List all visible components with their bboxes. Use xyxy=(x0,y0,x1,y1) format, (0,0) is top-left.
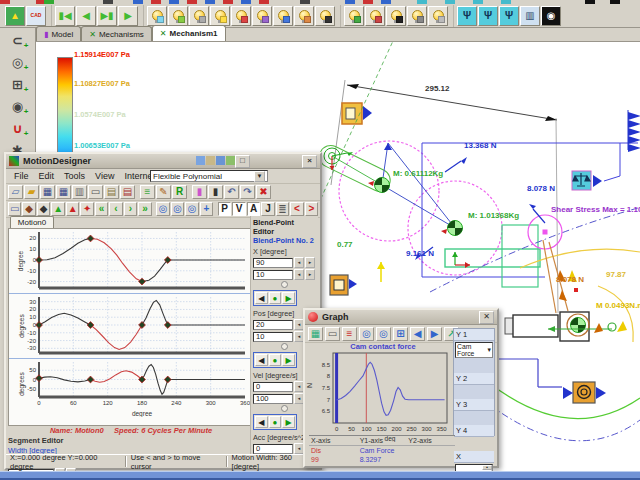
new-motion-icon[interactable]: ▱ xyxy=(8,185,23,199)
go-first-icon[interactable]: ▮◀ xyxy=(55,6,75,26)
bulb-display-gears-icon[interactable] xyxy=(386,6,406,26)
pvaj-v-button[interactable]: V xyxy=(232,202,245,216)
save-data-icon[interactable]: ▥ xyxy=(72,185,87,199)
bulb-hide-points-icon[interactable] xyxy=(231,6,251,26)
segment-type-combo[interactable]: Flexible Polynomial ▼ xyxy=(150,170,268,182)
edit-segment-icon[interactable]: ✎ xyxy=(156,185,171,199)
graph-zoom-in-icon[interactable]: ◎ xyxy=(376,327,391,341)
bulb-display-fbd-icon[interactable] xyxy=(365,6,385,26)
spinner-button[interactable]: ◂ xyxy=(294,269,304,280)
slider-pink-icon[interactable]: ▮ xyxy=(192,185,207,199)
graph-titlebar[interactable]: Graph ✕ xyxy=(305,310,497,325)
select-point-button[interactable]: ● xyxy=(269,354,282,366)
motiondesigner-titlebar[interactable]: MotionDesigner □ × xyxy=(6,154,320,169)
blend-radio[interactable] xyxy=(281,405,288,412)
bulb-display-2d-icon[interactable] xyxy=(407,6,427,26)
graph-prev-icon[interactable]: ◀ xyxy=(410,327,425,341)
insert-segment-icon[interactable]: ▭ xyxy=(8,202,21,216)
save-motion-icon[interactable]: ▦ xyxy=(40,185,55,199)
next-point-button[interactable]: ▶ xyxy=(282,292,295,304)
spinner-button[interactable]: ◂ xyxy=(294,257,304,268)
graph-tile-icon[interactable]: ⊞ xyxy=(393,327,408,341)
bulb-display-model-icon[interactable] xyxy=(147,6,167,26)
pvaj-j-button[interactable]: J xyxy=(261,202,274,216)
graph-next-icon[interactable]: ▶ xyxy=(427,327,442,341)
prev-point-button[interactable]: ◀ xyxy=(255,292,268,304)
flag-red-icon[interactable]: ▲ xyxy=(66,202,79,216)
bulb-display-3d-icon[interactable] xyxy=(428,6,448,26)
go-next-icon[interactable]: ▶▮ xyxy=(97,6,117,26)
zoom-in-icon[interactable]: ◎ xyxy=(171,202,184,216)
bulb-display-solids-icon[interactable] xyxy=(252,6,272,26)
graph-print-icon[interactable]: ▭ xyxy=(325,327,340,341)
cursor-left-icon[interactable]: < xyxy=(290,202,303,216)
y3-slot[interactable]: Y 3 xyxy=(454,399,494,411)
restore-button[interactable]: □ xyxy=(235,155,250,168)
menu-view[interactable]: View xyxy=(95,171,114,181)
go-previous-icon[interactable]: ◀ xyxy=(76,6,96,26)
measure-probe-icon[interactable]: ◉+ xyxy=(6,96,30,116)
save-as-icon[interactable]: ▦ xyxy=(56,185,71,199)
bulb-display-points-icon[interactable] xyxy=(210,6,230,26)
print-preview-icon[interactable]: ▤ xyxy=(104,185,119,199)
next-blend-icon[interactable]: › xyxy=(124,202,137,216)
zoom-fit-icon[interactable]: + xyxy=(200,202,213,216)
blend-radio[interactable] xyxy=(281,343,288,350)
spinner-button[interactable]: ▸ xyxy=(305,257,315,268)
pvaj-a-button[interactable]: A xyxy=(247,202,260,216)
close-button[interactable]: × xyxy=(302,155,317,168)
blend-radio[interactable] xyxy=(281,281,288,288)
segment-tree-icon[interactable]: ≣ xyxy=(276,202,289,216)
video-icon[interactable]: ◉ xyxy=(541,6,561,26)
blend-field[interactable]: 90 xyxy=(253,258,293,268)
segment-list-icon[interactable]: ≡ xyxy=(140,185,155,199)
pvaj-p-button[interactable]: P xyxy=(218,202,231,216)
first-blend-icon[interactable]: « xyxy=(95,202,108,216)
zoom-out-icon[interactable]: ◎ xyxy=(156,202,169,216)
y1-series-select[interactable]: Cam Force▾ xyxy=(455,342,493,358)
open-motion-icon[interactable]: ▰ xyxy=(24,185,39,199)
foot-icon[interactable]: ✦ xyxy=(80,202,93,216)
prev-point-button[interactable]: ◀ xyxy=(255,354,268,366)
redo-icon[interactable]: ↷ xyxy=(240,185,255,199)
kinetostatics-bulb-icon[interactable]: Ψ xyxy=(478,6,498,26)
x-slot[interactable]: X xyxy=(454,451,494,463)
delete-segment-icon[interactable]: ✖ xyxy=(256,185,271,199)
undo-icon[interactable]: ↶ xyxy=(224,185,239,199)
prev-point-button[interactable]: ◀ xyxy=(255,416,268,428)
zoom-window-icon[interactable]: ◎ xyxy=(185,202,198,216)
cursor-right-icon[interactable]: > xyxy=(305,202,318,216)
kinetostatics-check-icon[interactable]: Ψ xyxy=(457,6,477,26)
graph-series-icon[interactable]: ≡ xyxy=(342,327,357,341)
print-icon[interactable]: ▭ xyxy=(88,185,103,199)
kinetostatics-icon[interactable]: Ψ xyxy=(499,6,519,26)
zoom-add-icon[interactable]: ◎+ xyxy=(6,52,30,72)
blend-field[interactable]: 10 xyxy=(253,332,293,342)
bulb-display-dimensions-icon[interactable] xyxy=(294,6,314,26)
menu-edit[interactable]: Edit xyxy=(39,171,55,181)
help-book-icon[interactable]: ▤ xyxy=(120,185,135,199)
blend-field[interactable]: 10 xyxy=(253,270,293,280)
run-cycle-icon[interactable]: ▶ xyxy=(118,6,138,26)
bulb-display-vectors-icon[interactable] xyxy=(344,6,364,26)
paperclip-icon[interactable]: ⊂+ xyxy=(6,30,30,50)
graph-close-button[interactable]: ✕ xyxy=(479,311,494,324)
bulb-display-joints-icon[interactable] xyxy=(189,6,209,26)
bulb-display-sketches-icon[interactable] xyxy=(168,6,188,26)
next-point-button[interactable]: ▶ xyxy=(282,354,295,366)
blend-field[interactable]: 100 xyxy=(253,394,293,404)
graph-zoom-out-icon[interactable]: ◎ xyxy=(359,327,374,341)
blend-point-dark-icon[interactable]: ◆ xyxy=(37,202,50,216)
blend-point-red-icon[interactable]: ◆ xyxy=(22,202,35,216)
cad-icon[interactable]: CAD xyxy=(26,6,46,26)
add-part-icon[interactable]: ⊞+ xyxy=(6,74,30,94)
magnetic-joint-icon[interactable]: ∪+ xyxy=(6,118,30,138)
menu-tools[interactable]: Tools xyxy=(64,171,85,181)
blend-field[interactable]: 0 xyxy=(253,382,293,392)
y1-slot[interactable]: Y 1 xyxy=(454,329,494,341)
flag-green-icon[interactable]: ▲ xyxy=(51,202,64,216)
bulb-display-cad-icon[interactable] xyxy=(273,6,293,26)
r-mode-icon[interactable]: R xyxy=(172,185,187,199)
spinner-button[interactable]: ▸ xyxy=(305,269,315,280)
select-point-button[interactable]: ● xyxy=(269,416,282,428)
